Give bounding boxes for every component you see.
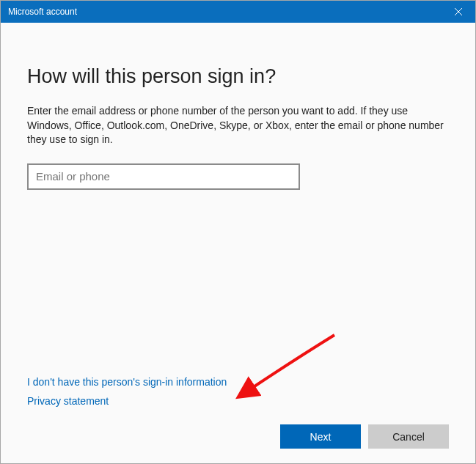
- no-signin-info-link[interactable]: I don't have this person's sign-in infor…: [27, 376, 227, 388]
- cancel-button[interactable]: Cancel: [368, 424, 449, 449]
- close-button[interactable]: [442, 1, 475, 23]
- email-or-phone-input[interactable]: [27, 163, 300, 190]
- next-button[interactable]: Next: [280, 424, 361, 449]
- close-icon: [455, 8, 462, 15]
- instructions-text: Enter the email address or phone number …: [27, 104, 449, 147]
- dialog-window: Microsoft account How will this person s…: [0, 0, 476, 464]
- privacy-statement-link[interactable]: Privacy statement: [27, 395, 109, 407]
- button-bar: Next Cancel: [27, 424, 449, 463]
- page-heading: How will this person sign in?: [27, 65, 449, 88]
- titlebar-title: Microsoft account: [8, 7, 77, 17]
- links-area: I don't have this person's sign-in infor…: [27, 376, 449, 414]
- titlebar: Microsoft account: [1, 1, 475, 23]
- dialog-content: How will this person sign in? Enter the …: [1, 23, 475, 463]
